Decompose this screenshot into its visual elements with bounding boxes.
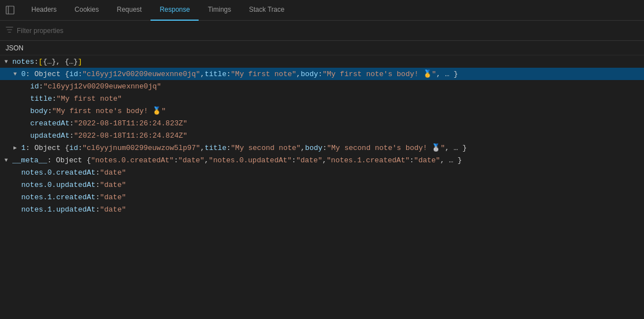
tab-timings[interactable]: Timings — [199, 0, 240, 21]
expand-arrow[interactable] — [13, 144, 21, 151]
panel-toggle-button[interactable] — [2, 2, 18, 18]
tab-request[interactable]: Request — [108, 0, 151, 21]
json-tree[interactable]: notes: [ {…}, {…} ]0: Object { id: "cl6y… — [0, 55, 644, 319]
tree-row[interactable]: createdAt: "2022-08-18T11:26:24.823Z" — [0, 117, 644, 129]
json-label-text: JSON — [6, 44, 23, 52]
tree-row[interactable]: notes.0.updatedAt: "date" — [0, 179, 644, 191]
expand-arrow[interactable] — [4, 157, 12, 163]
tree-row[interactable]: notes.1.createdAt: "date" — [0, 191, 644, 203]
tab-headers[interactable]: Headers — [22, 0, 65, 21]
filter-bar — [0, 21, 644, 41]
svg-rect-0 — [6, 6, 14, 14]
expand-arrow[interactable] — [13, 71, 21, 77]
tree-row[interactable]: updatedAt: "2022-08-18T11:26:24.824Z" — [0, 129, 644, 142]
tabs-container: HeadersCookiesRequestResponseTimingsStac… — [22, 0, 293, 20]
tree-row[interactable]: notes.1.updatedAt: "date" — [0, 203, 644, 215]
tree-row[interactable]: notes.0.createdAt: "date" — [0, 166, 644, 179]
tree-row[interactable]: __meta__: Object { "notes.0.createdAt": … — [0, 154, 644, 166]
json-label: JSON — [0, 41, 644, 55]
tree-row[interactable]: body: "My first note's body! 🥇" — [0, 105, 644, 117]
tab-response[interactable]: Response — [151, 0, 199, 21]
tree-row[interactable]: notes: [ {…}, {…} ] — [0, 55, 644, 68]
tree-row[interactable]: id: "cl6yyj12v00209euwexnne0jq" — [0, 80, 644, 92]
tab-stack-trace[interactable]: Stack Trace — [240, 0, 293, 21]
tab-cookies[interactable]: Cookies — [65, 0, 107, 21]
tree-row[interactable]: 0: Object { id: "cl6yyj12v00209euwexnne0… — [0, 68, 644, 80]
tab-bar: HeadersCookiesRequestResponseTimingsStac… — [0, 0, 644, 21]
expand-arrow[interactable] — [4, 59, 12, 65]
filter-input[interactable] — [17, 27, 638, 35]
tree-row[interactable]: title: "My first note" — [0, 92, 644, 105]
tree-row[interactable]: 1: Object { id: "cl6yyjnum00299euwzow5lp… — [0, 142, 644, 154]
filter-icon — [6, 26, 13, 36]
